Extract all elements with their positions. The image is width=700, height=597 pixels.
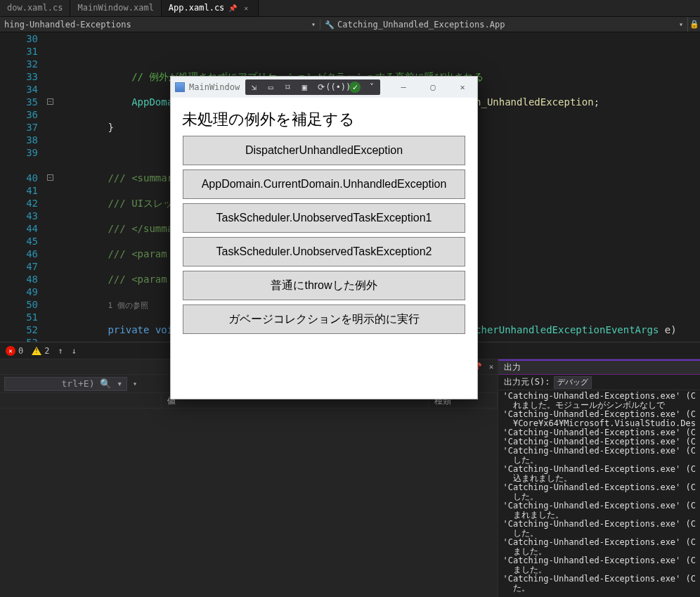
minimize-button[interactable]: —: [389, 77, 418, 98]
window-icon: [175, 82, 185, 92]
tab-3[interactable]: App.xaml.cs: [162, 0, 259, 16]
search-icon: [100, 378, 111, 389]
btn-task2[interactable]: TaskScheduler.UnobservedTaskException2: [183, 237, 465, 267]
col-name[interactable]: [0, 393, 162, 408]
dialog-title: MainWindow: [189, 82, 240, 92]
line-gutter: 30 31 32 33 34 35 36 37 38 39 40 41 42 4…: [0, 32, 45, 342]
tab-label: MainWindow.xaml: [77, 3, 153, 13]
search-placeholder: trl+E): [62, 378, 95, 389]
toolbar-icon[interactable]: ▣: [299, 82, 310, 93]
fold-column: [45, 32, 58, 342]
tab-label: App.xaml.cs: [169, 3, 224, 13]
btn-throw[interactable]: 普通にthrowした例外: [183, 271, 465, 300]
output-source-select[interactable]: デバッグ: [554, 376, 592, 389]
toolbar-icon[interactable]: ⌑: [282, 82, 293, 93]
error-count[interactable]: ✕0: [6, 346, 23, 356]
btn-gc[interactable]: ガベージコレクションを明示的に実行: [183, 304, 465, 334]
fold-icon[interactable]: [47, 98, 53, 105]
close-button[interactable]: ✕: [448, 77, 477, 98]
tab-2[interactable]: MainWindow.xaml: [70, 0, 161, 16]
fold-icon[interactable]: [47, 174, 53, 181]
close-icon[interactable]: [489, 362, 494, 371]
output-panel: 出力 出力元(S): デバッグ 'Catching-Unhandled-Exce…: [498, 359, 700, 597]
wrench-icon: [325, 20, 335, 30]
output-log[interactable]: 'Catching-Unhandled-Exceptions.exe' (C れ…: [498, 390, 700, 597]
toolbar-icon[interactable]: ((•)): [332, 82, 344, 93]
warning-count[interactable]: 2: [32, 346, 49, 356]
toolbar-icon[interactable]: ▭: [265, 82, 276, 93]
document-tabs: dow.xaml.cs MainWindow.xaml App.xaml.cs: [0, 0, 700, 17]
chevron-down-icon[interactable]: ˅: [366, 82, 377, 93]
lock-icon[interactable]: [687, 17, 700, 32]
debug-toolbar: ⇲ ▭ ⌑ ▣ ⟳ ((•)) ✓ ˅: [245, 79, 380, 95]
nav-namespace-label: hing-Unhandled-Exceptions: [4, 20, 131, 30]
references-hint[interactable]: 1 個の参照: [108, 301, 148, 310]
toolbar-icon[interactable]: ✓: [349, 82, 361, 93]
btn-dispatcher[interactable]: DispatcherUnhandledException: [183, 136, 465, 165]
nav-bar: hing-Unhandled-Exceptions Catching_Unhan…: [0, 17, 700, 32]
nav-namespace-dropdown[interactable]: hing-Unhandled-Exceptions: [0, 20, 320, 30]
output-source-label: 出力元(S):: [504, 376, 550, 388]
nav-class-label: Catching_Unhandled_Exceptions.App: [337, 20, 505, 30]
pin-icon[interactable]: [228, 3, 237, 13]
main-window-dialog: MainWindow ⇲ ▭ ⌑ ▣ ⟳ ((•)) ✓ ˅ — ▢ ✕ 未処理…: [170, 76, 478, 399]
toolbar-icon[interactable]: ⇲: [248, 82, 259, 93]
maximize-button[interactable]: ▢: [418, 77, 448, 98]
btn-task1[interactable]: TaskScheduler.UnobservedTaskException1: [183, 203, 465, 233]
search-input[interactable]: trl+E) ▾: [4, 377, 127, 391]
btn-appdomain[interactable]: AppDomain.CurrentDomain.UnhandledExcepti…: [183, 169, 465, 199]
tab-label: dow.xaml.cs: [7, 3, 63, 13]
output-title: 出力: [498, 359, 700, 375]
tab-1[interactable]: dow.xaml.cs: [0, 0, 70, 16]
down-arrow-icon[interactable]: ↓: [72, 346, 77, 356]
up-arrow-icon[interactable]: ↑: [58, 346, 63, 356]
close-icon[interactable]: [241, 3, 251, 13]
nav-class-dropdown[interactable]: Catching_Unhandled_Exceptions.App: [320, 20, 687, 30]
dialog-titlebar[interactable]: MainWindow ⇲ ▭ ⌑ ▣ ⟳ ((•)) ✓ ˅ — ▢ ✕: [171, 77, 477, 98]
depth-dropdown[interactable]: [133, 380, 137, 387]
dialog-heading: 未処理の例外を補足する: [182, 109, 467, 130]
